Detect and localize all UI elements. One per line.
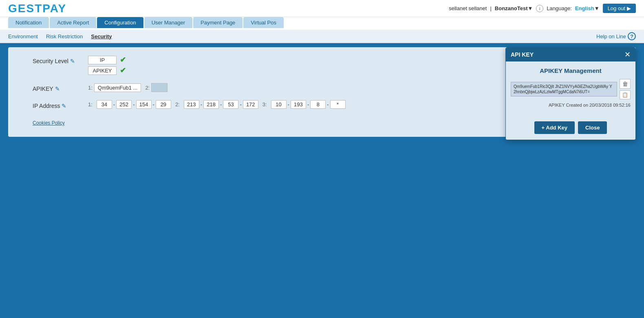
tab-payment-page[interactable]: Payment Page (193, 17, 243, 28)
security-level-edit-icon[interactable]: ✎ (70, 58, 75, 64)
apikey-panel-title: API KEY (511, 51, 534, 58)
language-selector[interactable]: English▼ (575, 5, 600, 11)
tab-active-report[interactable]: Active Report (50, 17, 96, 28)
separator: | (490, 5, 491, 11)
help-icon: ? (628, 32, 636, 40)
ip-octet-1-2[interactable]: 252 (116, 100, 132, 109)
apikey-val-1[interactable]: Qm9uemFub1 ... (94, 83, 141, 92)
apikey-string-value: Qm9uemFub1Ric3Qjlt JhZ1NVYyA0iEZha2UgbWA… (511, 82, 617, 96)
apikey-num-2: 2: (145, 85, 150, 91)
ip-octet-3-4[interactable]: * (330, 100, 346, 109)
add-key-button[interactable]: + Add Key (534, 121, 575, 134)
subnav-risk-restriction[interactable]: Risk Restriction (46, 33, 83, 39)
apikey-management-title: APIKEY Management (511, 67, 631, 74)
ip-label: IP (88, 56, 117, 64)
ip-group-2: 213 - 218 - 53 - 172 (184, 100, 258, 109)
logout-button[interactable]: Log out ▶ (603, 4, 636, 13)
apikey-copy-button[interactable]: 📋 (620, 90, 631, 99)
language-label: Language: (547, 5, 571, 11)
ip-group-3-num: 3: (262, 101, 267, 107)
account-name[interactable]: BonzanoTest▼ (495, 5, 533, 11)
security-level-label: Security Level ✎ (33, 55, 82, 64)
ip-address-label: IP Address ✎ (33, 100, 82, 109)
apikey-item-2: 2: (145, 83, 168, 92)
main-content: Security Level ✎ IP ✔ APIKEY ✔ APIKEY ✎ (0, 43, 644, 304)
security-checks: IP ✔ APIKEY ✔ (88, 55, 126, 75)
ip-octet-2-3[interactable]: 53 (223, 100, 238, 109)
close-panel-button[interactable]: Close (578, 121, 607, 134)
apikey-label: APIKEY ✎ (33, 83, 82, 92)
cookies-policy-link[interactable]: Cookies Policy (33, 120, 65, 126)
apikey-panel-header: API KEY ✕ (506, 48, 635, 61)
ip-octet-3-2[interactable]: 193 (291, 100, 306, 109)
apikey-edit-icon[interactable]: ✎ (55, 86, 60, 92)
ip-octet-2-2[interactable]: 218 (203, 100, 219, 109)
sub-nav: Environment Risk Restriction Security He… (0, 30, 644, 43)
ip-check-row: IP ✔ (88, 55, 126, 64)
ip-octet-1-4[interactable]: 29 (156, 100, 171, 109)
apikey-created-label: APIKEY Created on 20/03/2018 09:52:16 (511, 103, 631, 107)
ip-group-1-num: 1: (88, 101, 93, 107)
nav-tabs: Notification Active Report Configuration… (0, 17, 644, 30)
apikey-entry: Qm9uemFub1Ric3Qjlt JhZ1NVYyA0iEZha2UgbWA… (511, 79, 631, 99)
subnav-security[interactable]: Security (91, 33, 112, 39)
apikey-values: 1: Qm9uemFub1 ... 2: (88, 83, 168, 92)
ip-group-1: 34 - 252 - 154 - 29 (97, 100, 171, 109)
info-icon[interactable]: i (536, 5, 543, 12)
ip-octet-3-1[interactable]: 10 (271, 100, 287, 109)
ip-octet-1-1[interactable]: 34 (97, 100, 112, 109)
ip-octet-3-3[interactable]: 8 (310, 100, 326, 109)
logo: GESTPAY (8, 2, 66, 15)
user-info: sellanet sellanet (449, 5, 487, 11)
ip-group-2-num: 2: (175, 101, 180, 107)
apikey-panel-footer: + Add Key Close (506, 117, 635, 140)
tab-notification[interactable]: Notification (8, 17, 49, 28)
ip-octet-1-3[interactable]: 154 (136, 100, 152, 109)
apikey-item-1: 1: Qm9uemFub1 ... (88, 83, 141, 92)
ip-group-3: 10 - 193 - 8 - * (271, 100, 346, 109)
ip-address-edit-icon[interactable]: ✎ (62, 103, 66, 109)
apikey-delete-button[interactable]: 🗑 (620, 79, 631, 89)
ip-checkmark: ✔ (120, 55, 126, 64)
apikey-panel: API KEY ✕ APIKEY Management Qm9uemFub1Ri… (505, 47, 636, 140)
tab-configuration[interactable]: Configuration (97, 17, 143, 28)
apikey-checkmark: ✔ (120, 66, 126, 75)
apikey-val-2 (151, 83, 168, 92)
header: GESTPAY sellanet sellanet | BonzanoTest▼… (0, 0, 644, 17)
apikey-panel-body: APIKEY Management Qm9uemFub1Ric3Qjlt JhZ… (506, 61, 635, 117)
apikey-check-row: APIKEY ✔ (88, 66, 126, 75)
apikey-num-1: 1: (88, 85, 93, 91)
apikey-security-label: APIKEY (88, 66, 117, 75)
ip-row: 1: 34 - 252 - 154 - 29 2: 213 - 218 - (88, 100, 346, 109)
sub-nav-links: Environment Risk Restriction Security (8, 33, 112, 39)
apikey-action-buttons: 🗑 📋 (620, 79, 631, 99)
ip-octet-2-4[interactable]: 172 (243, 100, 258, 109)
ip-octet-2-1[interactable]: 213 (184, 100, 199, 109)
header-right: sellanet sellanet | BonzanoTest▼ i Langu… (449, 4, 636, 13)
subnav-environment[interactable]: Environment (8, 33, 38, 39)
tab-user-manager[interactable]: User Manager (144, 17, 192, 28)
tab-virtual-pos[interactable]: Virtual Pos (243, 17, 284, 28)
help-online[interactable]: Help on Line ? (596, 32, 636, 40)
apikey-panel-close-button[interactable]: ✕ (624, 51, 631, 58)
